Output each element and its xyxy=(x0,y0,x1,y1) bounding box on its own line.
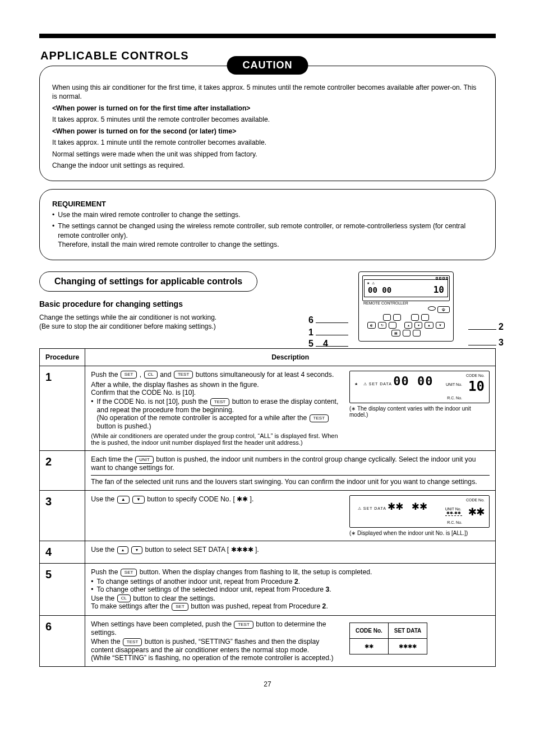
lcd1-note: (∗ The display content varies with the i… xyxy=(349,405,490,418)
table-row: 6 When settings have been completed, pus… xyxy=(40,616,496,667)
unit-button-icon: UNIT xyxy=(135,456,154,464)
caution-line3: It takes approx. 1 minute until the remo… xyxy=(52,138,483,147)
table-row: 3 Use the ▲ ▼ button to specify CODE No.… xyxy=(40,490,496,541)
set-button-icon: SET xyxy=(121,371,137,379)
requirement-heading: REQUIREMENT xyxy=(52,200,483,208)
cl-button-icon: CL xyxy=(117,594,131,602)
temp-up-button-icon: ▲ xyxy=(117,496,130,504)
callout-5: 5 xyxy=(308,339,313,348)
basic-procedure-heading: Basic procedure for changing settings xyxy=(39,299,299,308)
step-4-number: 4 xyxy=(40,541,85,563)
test-button-icon: TEST xyxy=(210,398,229,406)
callout-6: 6 xyxy=(308,315,313,325)
time-up-button-icon: ▴ xyxy=(117,546,128,554)
test-button-icon: TEST xyxy=(234,621,253,629)
col-procedure: Procedure xyxy=(40,348,85,366)
table-row: 2 Each time the UNIT button is pushed, t… xyxy=(40,450,496,490)
mini-td-code: ✱✱ xyxy=(350,639,389,654)
code-setdata-table: CODE No. SET DATA ✱✱ ✱✱✱✱ xyxy=(349,623,427,654)
caution-bold1: <When power is turned on for the first t… xyxy=(52,104,483,113)
lcd2-note: (∗ Displayed when the indoor unit No. is… xyxy=(349,530,490,536)
mini-th-code: CODE No. xyxy=(350,623,389,639)
time-down-button-icon: ▾ xyxy=(131,546,142,554)
callout-2: 2 xyxy=(499,322,504,331)
basic-procedure-note: Change the settings while the air condit… xyxy=(39,313,299,331)
test-button-icon: TEST xyxy=(123,638,142,646)
step-1-number: 1 xyxy=(40,366,85,450)
caution-line2: It takes approx. 5 minutes until the rem… xyxy=(52,115,483,124)
page-number: 27 xyxy=(39,680,496,688)
requirement-bullet-2-text: The settings cannot be changed using the… xyxy=(58,222,483,249)
caution-line4: Normal settings were made when the unit … xyxy=(52,150,483,159)
remote-controller-label: REMOTE CONTROLLER xyxy=(363,301,450,305)
step-3-number: 3 xyxy=(40,490,85,541)
callout-4: 4 xyxy=(323,339,328,348)
requirement-box: REQUIREMENT •Use the main wired remote c… xyxy=(39,189,496,260)
callout-1: 1 xyxy=(308,328,313,337)
requirement-bullet-2: •The settings cannot be changed using th… xyxy=(52,222,483,249)
step-2-number: 2 xyxy=(40,450,85,490)
table-row: 5 Push the SET button. When the display … xyxy=(40,563,496,615)
lcd-display-1: ★ ⚠ SET DATA CODE No. 00 00 10 UNIT No. … xyxy=(349,371,490,403)
mini-th-setdata: SET DATA xyxy=(388,623,427,639)
test-button-icon: TEST xyxy=(174,371,193,379)
caution-line5: Change the indoor unit settings as requi… xyxy=(52,161,483,170)
test-button-icon: TEST xyxy=(310,414,329,422)
caution-bold2: <When power is turned on for the second … xyxy=(52,127,483,136)
step-6-number: 6 xyxy=(40,616,85,667)
temp-down-button-icon: ▼ xyxy=(132,496,145,504)
set-button-icon: SET xyxy=(121,569,137,577)
col-description: Description xyxy=(85,348,496,366)
cl-button-icon: CL xyxy=(144,371,158,379)
mini-td-setdata: ✱✱✱✱ xyxy=(388,639,427,654)
caution-line1: When using this air conditioner for the … xyxy=(52,83,483,102)
table-row: 4 Use the ▴ ▾ button to select SET DATA … xyxy=(40,541,496,563)
remote-controller-diagram: 6 1 5 4 2 3 ★ ⚠ 00 00 10 xyxy=(316,271,496,342)
table-row: 1 Push the SET , CL and TEST buttons sim… xyxy=(40,366,496,450)
procedures-table: Procedure Description 1 Push the SET , C… xyxy=(39,348,496,667)
caution-tab: CAUTION xyxy=(227,56,308,75)
requirement-bullet-1: •Use the main wired remote controller to… xyxy=(52,210,483,219)
set-button-icon: SET xyxy=(172,603,188,611)
lcd-display-2: ⚠ SET DATA CODE No. ✱✱ ✱✱ ✱✱ UNIT No.✱✱-… xyxy=(349,495,490,528)
step-5-number: 5 xyxy=(40,563,85,615)
caution-box: CAUTION When using this air conditioner … xyxy=(39,66,496,181)
changing-settings-pill: Changing of settings for applicable cont… xyxy=(39,271,257,292)
callout-3: 3 xyxy=(499,338,504,347)
requirement-bullet-1-text: Use the main wired remote controller to … xyxy=(58,210,240,219)
